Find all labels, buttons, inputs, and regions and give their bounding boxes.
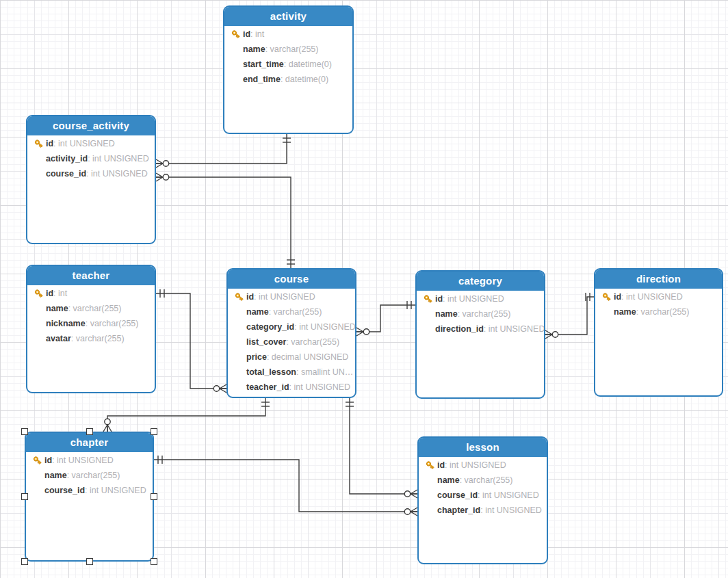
entity-table-box: lesson idint UNSIGNED [417, 436, 548, 564]
table-field-row[interactable]: namevarchar(255) [27, 301, 155, 316]
primary-key-icon [34, 154, 46, 163]
selection-handle[interactable] [86, 428, 93, 435]
entity-table-box: chapter idint UNSIGNED [25, 432, 154, 562]
field-name: chapter_id [437, 505, 480, 515]
field-type: int UNSIGNED [621, 292, 683, 302]
table-field-row[interactable]: namevarchar(255) [228, 304, 355, 319]
entity-table-activity[interactable]: activity idint [223, 5, 354, 134]
relationship-line[interactable] [154, 460, 417, 512]
table-field-row[interactable]: course_idint UNSIGNED [26, 483, 153, 498]
table-field-row[interactable]: end_timedatetime(0) [224, 72, 352, 87]
table-field-row[interactable]: avatarvarchar(255) [27, 331, 155, 346]
cardinality-marker [545, 334, 552, 339]
table-field-row[interactable]: teacher_idint UNSIGNED [228, 380, 355, 395]
selection-handle[interactable] [151, 493, 157, 500]
table-field-row[interactable]: namevarchar(255) [595, 304, 722, 319]
field-name: id [614, 292, 621, 302]
table-field-row[interactable]: idint UNSIGNED [228, 289, 355, 304]
table-header[interactable]: category [417, 272, 544, 291]
table-field-row[interactable]: nicknamevarchar(255) [27, 316, 155, 331]
table-header[interactable]: teacher [27, 266, 155, 285]
relationship-line[interactable] [156, 293, 226, 389]
field-type: varchar(255) [67, 471, 120, 480]
table-field-list: idint UNSIGNED namevarchar(255) [26, 452, 153, 498]
relationship-line[interactable] [545, 297, 594, 334]
table-field-row[interactable]: idint UNSIGNED [27, 136, 155, 151]
table-field-row[interactable]: pricedecimal UNSIGNED [228, 350, 355, 365]
primary-key-icon [235, 352, 246, 362]
primary-key-icon [231, 44, 243, 54]
table-field-row[interactable]: activity_idint UNSIGNED [27, 151, 155, 166]
table-header[interactable]: lesson [419, 438, 547, 457]
table-header[interactable]: activity [224, 7, 352, 26]
er-diagram-canvas[interactable]: activity idint [0, 0, 728, 578]
field-type: int UNSIGNED [443, 294, 504, 304]
table-header[interactable]: course_activity [27, 116, 155, 135]
relationship-line[interactable] [156, 134, 287, 163]
primary-key-icon [235, 307, 246, 317]
table-header[interactable]: chapter [26, 433, 153, 452]
cardinality-marker [411, 494, 417, 498]
field-type: varchar(255) [286, 337, 339, 347]
table-field-row[interactable]: idint UNSIGNED [26, 453, 153, 468]
table-field-row[interactable]: list_covervarchar(255) [228, 334, 355, 350]
selection-handle[interactable] [21, 428, 28, 435]
field-type: int UNSIGNED [86, 169, 148, 179]
table-field-row[interactable]: namevarchar(255) [419, 473, 547, 488]
selection-handle[interactable] [151, 428, 157, 435]
zero-cardinality-circle [163, 161, 168, 166]
primary-key-icon [424, 324, 435, 334]
table-field-row[interactable]: namevarchar(255) [26, 468, 153, 483]
relationship-line[interactable] [156, 177, 291, 268]
field-type: int [53, 289, 67, 298]
relationship-line[interactable] [350, 398, 417, 494]
field-type: varchar(255) [71, 334, 125, 343]
selection-handle[interactable] [21, 493, 28, 500]
entity-table-chapter[interactable]: chapter idint UNSIGNED [25, 432, 154, 562]
entity-table-course_activity[interactable]: course_activity idint UNSIGNED [26, 115, 156, 244]
table-field-row[interactable]: total_lessonsmallint UN… [228, 365, 355, 380]
primary-key-icon [34, 169, 46, 179]
field-type: varchar(255) [86, 319, 139, 328]
entity-table-category[interactable]: category idint UNSIGNED [415, 270, 545, 399]
table-field-row[interactable]: idint UNSIGNED [595, 289, 722, 304]
table-field-row[interactable]: course_idint UNSIGNED [419, 488, 547, 503]
table-header[interactable]: course [228, 270, 355, 289]
selection-handle[interactable] [21, 558, 28, 565]
entity-table-teacher[interactable]: teacher idint [26, 265, 156, 393]
field-type: varchar(255) [68, 304, 122, 313]
table-header[interactable]: direction [595, 270, 722, 289]
table-field-row[interactable]: namevarchar(255) [224, 42, 352, 57]
primary-key-icon [602, 307, 614, 317]
field-type: smallint UN… [296, 367, 353, 377]
table-field-row[interactable]: direction_idint UNSIGNED [417, 321, 544, 337]
relationship-line[interactable] [107, 398, 265, 432]
field-name: teacher_id [246, 382, 289, 392]
field-name: name [435, 309, 458, 319]
table-field-row[interactable]: idint UNSIGNED [419, 458, 547, 473]
table-field-row[interactable]: namevarchar(255) [417, 306, 544, 321]
table-field-row[interactable]: category_idint UNSIGNED [228, 319, 355, 334]
zero-cardinality-circle [213, 386, 219, 391]
primary-key-icon [231, 29, 243, 39]
primary-key-icon [34, 334, 46, 343]
relationship-line[interactable] [356, 305, 415, 332]
table-field-row[interactable]: idint UNSIGNED [417, 291, 544, 306]
table-field-row[interactable]: idint [224, 27, 352, 42]
selection-handle[interactable] [86, 558, 93, 565]
table-field-row[interactable]: start_timedatetime(0) [224, 57, 352, 72]
cardinality-marker [411, 508, 417, 512]
table-field-row[interactable]: chapter_idint UNSIGNED [419, 503, 547, 518]
field-type: int UNSIGNED [88, 154, 149, 163]
entity-table-direction[interactable]: direction idint UNSIGNED [594, 268, 723, 397]
field-name: id [46, 139, 53, 148]
entity-table-box: category idint UNSIGNED [415, 270, 545, 399]
selection-handle[interactable] [151, 558, 157, 565]
entity-table-course[interactable]: course idint UNSIGNED [226, 268, 356, 398]
table-field-row[interactable]: idint [27, 286, 155, 301]
table-field-row[interactable]: course_idint UNSIGNED [27, 166, 155, 181]
field-type: varchar(255) [269, 307, 322, 317]
zero-cardinality-circle [404, 509, 410, 514]
primary-key-icon [235, 367, 246, 377]
entity-table-lesson[interactable]: lesson idint UNSIGNED [417, 436, 548, 564]
